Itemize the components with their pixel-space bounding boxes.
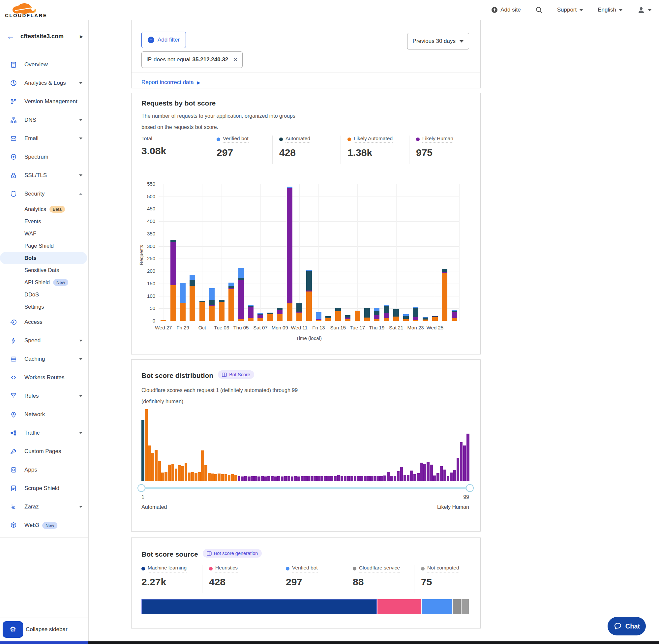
sidebar-item-email[interactable]: Email — [0, 129, 88, 148]
histogram-bar-score-94 — [450, 473, 453, 481]
stat-label-machine-learning[interactable]: Machine learning — [141, 565, 187, 572]
sidebar-item-security[interactable]: Security — [0, 185, 88, 203]
slider-handle-max[interactable] — [466, 484, 474, 492]
sidebar-item-ssl-tls[interactable]: SSL/TLS — [0, 166, 88, 185]
search-icon[interactable] — [535, 6, 543, 14]
sidebar-item-label: Security — [24, 190, 45, 197]
sidebar-item-zaraz[interactable]: Zaraz — [0, 498, 88, 516]
language-menu[interactable]: English — [598, 6, 623, 13]
bar-mon-16-likely-automated — [345, 319, 350, 321]
sidebar-item-network[interactable]: Network — [0, 405, 88, 424]
sidebar-item-apps[interactable]: Apps — [0, 461, 88, 479]
account-menu[interactable] — [637, 6, 652, 14]
histogram-bar-score-81 — [407, 475, 410, 481]
sidebar-item-access[interactable]: Access — [0, 313, 88, 331]
y-axis-tick: 550 — [142, 181, 155, 187]
preferences-button[interactable]: ⚙ — [3, 621, 23, 638]
chevron-down-icon — [79, 82, 83, 84]
sidebar-item-scrape-shield[interactable]: Scrape Shield — [0, 479, 88, 498]
stat-label-automated[interactable]: Automated — [279, 136, 310, 143]
sidebar-item-rules[interactable]: Rules — [0, 387, 88, 405]
bot-score-badge[interactable]: Bot Score — [218, 370, 254, 379]
stat-label-verified-bot[interactable]: Verified bot — [217, 136, 249, 143]
sidebar-item-speed[interactable]: Speed — [0, 331, 88, 350]
close-icon[interactable]: ✕ — [233, 56, 238, 63]
histogram-bar-score-89 — [433, 476, 436, 481]
sidebar-item-dns[interactable]: DNS — [0, 111, 88, 129]
source-stats-row: Machine learning2.27kHeuristics428Verifi… — [141, 565, 470, 593]
stat-label-cloudflare-service[interactable]: Cloudflare service — [353, 565, 400, 572]
stat-value-heuristics: 428 — [209, 576, 279, 588]
stat-label-not-computed[interactable]: Not computed — [421, 565, 459, 572]
stat-label-verified-bot[interactable]: Verified bot — [286, 565, 318, 572]
bar-sat-07-verified-bot — [257, 313, 263, 314]
collapse-sidebar-button[interactable]: Collapse sidebar — [26, 626, 68, 633]
bot-score-generation-badge[interactable]: Bot score generation — [203, 549, 262, 558]
histogram-bar-score-64 — [350, 476, 353, 481]
add-filter-button[interactable]: + Add filter — [141, 32, 186, 48]
bar-fri-13-automated — [316, 319, 322, 320]
histogram-bar-score-26 — [225, 474, 228, 481]
sidebar-item-caching[interactable]: Caching — [0, 350, 88, 368]
sidebar-item-page-shield[interactable]: Page Shield — [0, 240, 88, 252]
back-arrow-icon[interactable]: ← — [6, 32, 15, 41]
stat-value-not-computed: 75 — [421, 576, 459, 588]
sidebar-item-sensitive-data[interactable]: Sensitive Data — [0, 264, 88, 276]
histogram-bar-score-39 — [267, 476, 270, 481]
support-menu[interactable]: Support — [557, 6, 584, 13]
histogram-bar-score-80 — [403, 475, 406, 481]
chat-button[interactable]: Chat — [608, 617, 646, 636]
sidebar-item-label: SSL/TLS — [24, 172, 47, 179]
score-range-slider — [141, 486, 470, 491]
date-range-dropdown[interactable]: Previous 30 days — [407, 33, 469, 49]
sidebar-item-version-management[interactable]: Version Management — [0, 92, 88, 111]
sidebar-item-events[interactable]: Events — [0, 215, 88, 228]
sidebar-item-traffic[interactable]: Traffic — [0, 424, 88, 442]
histogram-bar-score-78 — [397, 471, 400, 481]
histogram-bar-score-85 — [420, 463, 423, 481]
add-site-button[interactable]: Add site — [491, 6, 521, 13]
sidebar-item-web3[interactable]: Web3New — [0, 516, 88, 534]
sidebar-item-spectrum[interactable]: Spectrum — [0, 148, 88, 166]
gridline — [338, 184, 338, 321]
report-incorrect-data-link[interactable]: Report incorrect data ▶ — [141, 76, 201, 88]
site-expand-icon[interactable]: ▶ — [80, 34, 83, 39]
bar-sun-22-automated — [403, 316, 409, 319]
chevron-down-icon — [648, 9, 652, 11]
slider-handle-min[interactable] — [138, 484, 145, 492]
sidebar-item-custom-pages[interactable]: Custom Pages — [0, 442, 88, 461]
sidebar-item-analytics[interactable]: AnalyticsBeta — [0, 203, 88, 215]
sidebar-item-workers-routes[interactable]: Workers Routes — [0, 368, 88, 387]
sidebar-item-ddos[interactable]: DDoS — [0, 289, 88, 301]
bar-sat-07-automated — [257, 314, 263, 315]
gridline — [357, 184, 358, 321]
slider-track[interactable] — [141, 487, 470, 489]
chevron-down-icon — [79, 175, 83, 177]
stat-label-likely-automated[interactable]: Likely Automated — [348, 136, 393, 143]
sidebar-item-overview[interactable]: Overview — [0, 55, 88, 74]
gridline — [459, 184, 460, 321]
bar-fri-20-likely-human — [384, 313, 389, 318]
sidebar-item-waf[interactable]: WAF — [0, 228, 88, 240]
sidebar-item-analytics-logs[interactable]: Analytics & Logs — [0, 74, 88, 92]
bar-fri-06-likely-automated — [248, 318, 254, 321]
histogram-bar-score-70 — [370, 476, 373, 481]
histogram-bar-score-47 — [294, 476, 297, 481]
bar-oct-01-likely-automated — [199, 302, 205, 321]
slider-max-value: 99 — [463, 494, 469, 500]
gridline — [280, 184, 280, 321]
bar-sun-08-verified-bot — [267, 313, 273, 313]
histogram-bar-score-67 — [360, 476, 363, 481]
bar-wed-25-likely-automated — [432, 317, 438, 321]
bar-sun-22-verified-bot — [403, 314, 409, 316]
y-axis-tick: 400 — [142, 218, 155, 224]
stat-label-likely-human[interactable]: Likely Human — [416, 136, 453, 143]
stat-label-heuristics[interactable]: Heuristics — [209, 565, 238, 572]
sidebar-item-bots[interactable]: Bots — [0, 252, 87, 264]
bar-sat-21-automated — [393, 309, 399, 317]
sidebar-item-api-shield[interactable]: API ShieldNew — [0, 276, 88, 289]
bar-fri-27-likely-automated — [452, 318, 457, 321]
filter-chip[interactable]: IP does not equal 35.212.240.32 ✕ — [141, 51, 243, 68]
sidebar-item-settings[interactable]: Settings — [0, 301, 88, 313]
gridline — [159, 209, 459, 209]
